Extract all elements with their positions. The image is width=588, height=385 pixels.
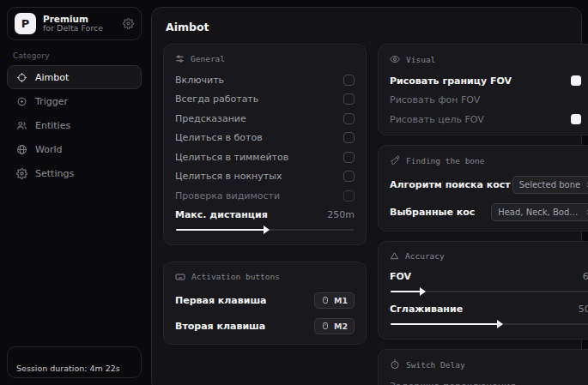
crosshair-icon: [16, 72, 27, 83]
prediction-checkbox[interactable]: [343, 113, 355, 124]
card-header-label: Visual: [406, 55, 435, 64]
slider-value: 60°: [583, 271, 588, 282]
stopwatch-icon: [390, 359, 400, 370]
app-logo: P: [15, 13, 36, 34]
gear-icon: [16, 168, 27, 179]
slider-thumb[interactable]: [497, 320, 503, 328]
max-distance-slider[interactable]: [176, 226, 354, 233]
option-label: Задержка переключения: [390, 381, 516, 385]
sidebar-item-label: Entities: [35, 120, 70, 131]
option-row: Целиться в тиммейтов: [175, 151, 355, 163]
enable-checkbox[interactable]: [343, 75, 355, 86]
target-bots-checkbox[interactable]: [343, 132, 355, 143]
option-label: Целиться в нокнутых: [175, 171, 282, 182]
option-row: Целиться в нокнутых: [175, 171, 355, 183]
option-label: Всегда работать: [175, 93, 258, 105]
dropdown-value: Selected bone: [519, 180, 580, 189]
visual-card: Visual Рисовать границу FOV Рисовать фон…: [378, 44, 588, 135]
sidebar-item-world[interactable]: World: [7, 137, 142, 161]
general-card: General Включить Всегда работать Предска…: [163, 44, 367, 245]
sidebar-item-label: Aimbot: [35, 72, 69, 83]
option-row: Рисовать границу FOV: [390, 75, 588, 87]
general-card-header: General: [175, 54, 355, 63]
sidebar-item-trigger[interactable]: Trigger: [7, 89, 142, 113]
keybind-row: Вторая клавиша M2: [175, 318, 355, 334]
visibility-check-checkbox[interactable]: [343, 190, 355, 202]
eye-icon: [390, 54, 400, 64]
slider-fill: [391, 291, 421, 292]
keyboard-icon: [175, 272, 185, 282]
option-label: Рисовать границу FOV: [390, 75, 512, 87]
bone-card: Finding the bone Алгоритм поиска кост Se…: [378, 145, 588, 232]
option-label: Включить: [175, 75, 224, 86]
option-label: Рисовать фон FOV: [390, 94, 480, 105]
card-header-label: Switch Delay: [406, 360, 465, 370]
option-label: Целиться в тиммейтов: [175, 152, 288, 163]
visual-card-header: Visual: [390, 54, 588, 64]
card-header-label: Activation buttons: [191, 272, 280, 281]
first-key-button[interactable]: M1: [314, 292, 355, 309]
slider-label-row: FOV 60°: [390, 271, 588, 282]
accuracy-card-header: Accuracy: [390, 251, 588, 261]
option-row: Включить: [175, 74, 355, 86]
fov-target-color-swatch[interactable]: [571, 114, 581, 124]
keybind-label: Вторая клавиша: [175, 321, 265, 332]
slider-fill: [391, 323, 499, 325]
premium-subtitle: for Delta Force: [43, 24, 116, 33]
switch-delay-card: Switch Delay Задержка переключения Задер…: [378, 349, 588, 385]
chevron-up-down-icon: [585, 208, 588, 216]
fov-slider[interactable]: [391, 288, 588, 295]
card-header-label: Accuracy: [405, 251, 445, 261]
target-knocked-checkbox[interactable]: [343, 171, 355, 182]
sidebar-item-entities[interactable]: Entities: [7, 113, 142, 137]
activation-card-header: Activation buttons: [175, 272, 355, 282]
option-row: Задержка переключения: [390, 380, 588, 385]
bone-icon: [390, 155, 400, 165]
always-work-checkbox[interactable]: [343, 93, 355, 105]
bone-algorithm-select[interactable]: Selected bone: [512, 176, 588, 194]
mouse-icon: [321, 322, 330, 330]
slider-label: Макс. дистанция: [175, 209, 268, 220]
option-label: Предсказание: [175, 113, 246, 124]
sidebar-item-aimbot[interactable]: Aimbot: [7, 65, 142, 89]
entities-icon: [16, 120, 27, 131]
dropdown-row: Алгоритм поиска кост Selected bone: [390, 176, 588, 194]
premium-box[interactable]: P Premium for Delta Force: [7, 7, 142, 40]
sidebar-item-label: Trigger: [35, 96, 68, 107]
keybind-label: Первая клавиша: [175, 295, 267, 306]
option-row: Предсказание: [175, 112, 355, 124]
page-title: Aimbot: [166, 21, 570, 33]
trigger-icon: [16, 96, 27, 107]
card-header-label: General: [191, 54, 225, 63]
option-label: Целиться в ботов: [175, 132, 263, 143]
slider-thumb[interactable]: [264, 226, 270, 234]
settings-gear-icon[interactable]: [123, 18, 134, 29]
keybind-row: Первая клавиша M1: [175, 292, 355, 309]
sidebar: P Premium for Delta Force Category Aimbo…: [0, 0, 149, 385]
second-key-button[interactable]: M2: [314, 318, 355, 334]
fov-border-color-swatch[interactable]: [571, 75, 581, 86]
smoothing-slider[interactable]: [391, 321, 588, 328]
bone-card-header: Finding the bone: [390, 155, 588, 165]
dropdown-label: Алгоритм поиска кост: [390, 179, 511, 190]
option-row: Всегда работать: [175, 93, 355, 105]
slider-label: FOV: [390, 271, 411, 282]
globe-icon: [16, 144, 27, 155]
sliders-icon: [175, 54, 185, 63]
dropdown-value: Head, Neck, Body, Pe..: [498, 208, 580, 217]
selected-bones-select[interactable]: Head, Neck, Body, Pe..: [491, 203, 588, 221]
activation-card: Activation buttons Первая клавиша M1 Вто…: [163, 262, 367, 345]
mouse-icon: [321, 296, 330, 304]
sidebar-item-settings[interactable]: Settings: [7, 161, 142, 185]
switch-delay-card-header: Switch Delay: [390, 359, 588, 370]
slider-label: Сглаживание: [390, 304, 463, 315]
target-teammates-checkbox[interactable]: [343, 152, 355, 163]
slider-thumb[interactable]: [420, 287, 426, 296]
slider-value: 50%: [579, 304, 588, 315]
chevron-up-down-icon: [585, 181, 588, 189]
session-duration: Session duration: 4m 22s: [16, 364, 120, 373]
category-label: Category: [13, 51, 142, 60]
option-row: Целиться в ботов: [175, 132, 355, 144]
slider-label-row: Макс. дистанция 250m: [175, 209, 355, 220]
card-header-label: Finding the bone: [406, 156, 485, 165]
